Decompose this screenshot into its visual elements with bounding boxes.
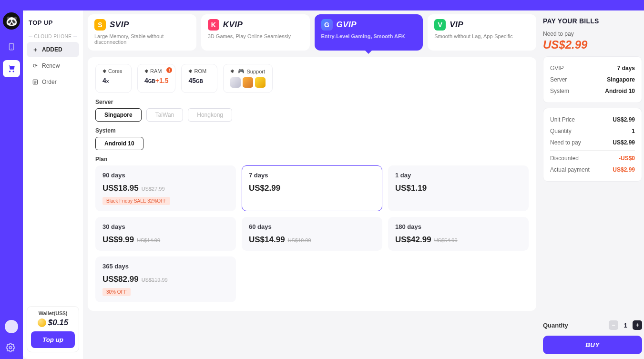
tier-kvip[interactable]: KKVIP 3D Games, Play Online Seamlessly (201, 14, 310, 51)
price-box: Unit PriceUS$2.99 Quantity1 Need to payU… (543, 108, 642, 182)
list-icon (31, 78, 39, 86)
refresh-icon: ⟳ (31, 62, 39, 70)
tier-svip[interactable]: SSVIP Large Memory, Stable without disco… (88, 14, 196, 51)
server-hongkong[interactable]: Hongkong (188, 108, 232, 122)
logo[interactable]: 🐼 (0, 10, 23, 31)
specs-card: Cores 4x RAM ! 4GB+1.5 ROM 45GB 🎮 Suppor… (88, 57, 536, 311)
supported-game-icon (255, 77, 266, 88)
rail-phone-icon[interactable] (4, 39, 19, 54)
sidebar-category: CLOUD PHONE (27, 34, 79, 39)
plan-1day[interactable]: 1 day US$1.19 (388, 165, 529, 211)
tier-tabs: SSVIP Large Memory, Stable without disco… (88, 14, 536, 51)
server-heading: Server (95, 99, 529, 105)
pay-title: PAY YOUR BILLS (543, 17, 642, 25)
warning-icon: ! (166, 67, 172, 73)
plan-7days[interactable]: 7 days US$2.99 (242, 165, 382, 211)
tier-badge-icon: V (434, 19, 446, 31)
wallet-widget: Wallet(US$) $0.15 Top up (27, 306, 79, 352)
server-singapore[interactable]: Singapore (95, 108, 142, 122)
main-area: SSVIP Large Memory, Stable without disco… (83, 10, 541, 359)
sidebar-item-renew[interactable]: ⟳ Renew (27, 58, 79, 73)
nav-label: Order (42, 79, 57, 85)
need-to-pay-label: Need to pay (543, 31, 642, 37)
quantity-minus-button[interactable]: − (609, 320, 618, 330)
plan-90days[interactable]: 90 days US$18.95US$27.99 Black Friday SA… (95, 165, 236, 211)
buy-button[interactable]: BUY (543, 336, 642, 354)
plan-180days[interactable]: 180 days US$42.99US$54.99 (388, 217, 529, 251)
nav-label: Renew (42, 62, 60, 69)
top-bar (0, 0, 644, 10)
quantity-value: 1 (622, 322, 629, 329)
tier-badge-icon: S (94, 19, 106, 31)
coin-icon (38, 318, 46, 327)
quantity-plus-button[interactable]: + (633, 320, 642, 330)
spec-ram: RAM ! 4GB+1.5 (137, 64, 175, 93)
system-android10[interactable]: Android 10 (95, 137, 143, 150)
tier-gvip[interactable]: GGVIP Entry-Level Gaming, Smooth AFK (315, 14, 423, 51)
plan-60days[interactable]: 60 days US$14.99US$19.99 (242, 217, 382, 251)
nav-label: ADDED (42, 46, 62, 53)
tier-vip[interactable]: VVIP Smooth without Lag, App-Specific (428, 14, 536, 51)
tier-badge-icon: G (321, 19, 333, 31)
spec-rom: ROM 45GB (181, 64, 217, 93)
svg-point-2 (10, 347, 12, 349)
server-taiwan[interactable]: TaiWan (146, 108, 184, 122)
wallet-label: Wallet(US$) (31, 310, 75, 316)
sidebar-item-added[interactable]: ＋ ADDED (27, 42, 79, 57)
settings-icon[interactable] (6, 343, 17, 354)
quantity-row: Quantity − 1 + (543, 320, 642, 330)
tier-badge-icon: K (208, 19, 219, 31)
sidebar: TOP UP CLOUD PHONE ＋ ADDED ⟳ Renew Order… (23, 10, 83, 359)
spec-support: 🎮 Support (223, 64, 273, 93)
plan-heading: Plan (95, 156, 529, 163)
wallet-amount: $0.15 (31, 318, 75, 328)
system-heading: System (95, 127, 529, 134)
plan-365days[interactable]: 365 days US$82.99US$119.99 30% OFF (95, 256, 236, 302)
plus-icon: ＋ (31, 46, 39, 53)
sidebar-item-order[interactable]: Order (27, 74, 79, 90)
topup-button[interactable]: Top up (31, 331, 75, 348)
plan-30days[interactable]: 30 days US$9.99US$14.99 (95, 217, 236, 251)
summary-box: GVIP7 days ServerSingapore SystemAndroid… (543, 56, 642, 103)
sidebar-title: TOP UP (27, 17, 79, 28)
supported-game-icon (230, 77, 241, 88)
nav-rail: 🐼 (0, 10, 23, 359)
pay-panel: PAY YOUR BILLS Need to pay US$2.99 GVIP7… (541, 10, 644, 359)
supported-game-icon (243, 77, 253, 88)
amount-display: US$2.99 (543, 38, 642, 51)
rail-shop-icon[interactable] (3, 60, 20, 77)
spec-cores: Cores 4x (95, 64, 132, 93)
avatar[interactable] (5, 320, 18, 333)
